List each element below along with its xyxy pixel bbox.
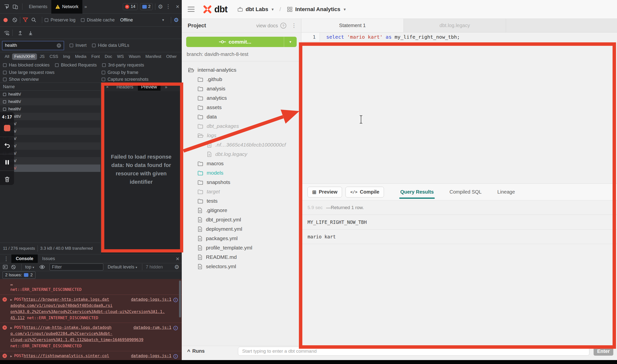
request-url-link[interactable]: https://browser-http-intake.logs.dat [24,297,109,303]
console-error[interactable]: ✕▶POST https://rum-http-intake.logs.data… [0,323,182,351]
search-icon[interactable] [31,17,36,23]
request-url-link[interactable]: 45.112 [10,315,25,320]
request-row[interactable]: alth/ [0,157,100,165]
disable-cache-checkbox[interactable]: Disable cache [81,17,115,23]
commit-button[interactable]: commit... ▾ [186,37,297,47]
delete-recording-icon[interactable] [4,176,10,182]
issues-count-badge[interactable]: 2 [140,3,153,10]
tree-item-github[interactable]: .github [182,75,301,84]
tree-item-dbt-packages[interactable]: dbt_packages [182,121,301,131]
close-detail-icon[interactable]: × [103,83,112,91]
type-filter-manifest[interactable]: Manifest [143,53,163,60]
request-url-link[interactable]: adoghq.com/v1/input/pub740de5f405dcdaa9…… [10,303,112,308]
console-filter-input[interactable]: Filter [50,264,103,270]
tab-issues[interactable]: Issues [38,254,59,263]
type-filter-ws[interactable]: WS [115,53,126,60]
tree-item-deployment-yml[interactable]: deployment.yml [182,224,301,234]
tree-item-selectors-yml[interactable]: selectors.yml [182,262,301,271]
help-icon[interactable]: ? [280,23,286,29]
network-filter-input[interactable]: health ✕ [2,41,64,50]
tree-item-analysis[interactable]: analysis [182,84,301,93]
tab-dbt-log-legacy[interactable]: dbt.log.legacy [404,19,506,32]
requests-name-header[interactable]: Name [0,83,100,91]
request-url-link[interactable]: https://fishtownanalytics.sinter-col [24,353,109,359]
commit-dropdown-icon[interactable]: ▾ [284,37,297,47]
console-settings-gear-icon[interactable]: ⚙ [174,264,179,270]
request-row[interactable]: alth/ [0,135,100,142]
tree-item-internal-analytics[interactable]: internal-analytics [182,65,301,75]
tree-item-data[interactable]: data [182,112,301,121]
tab-compiled-sql[interactable]: Compiled SQL [449,184,483,200]
tab-network[interactable]: Network [51,0,82,14]
request-row[interactable]: alth/ [0,128,100,135]
console-menu-icon[interactable]: ⋮ [1,256,11,262]
capture-screenshots-checkbox[interactable]: Capture screenshots [102,77,173,82]
result-row[interactable]: mario kart [301,229,617,244]
hamburger-menu-icon[interactable] [188,7,195,12]
error-count-badge[interactable]: 14 [123,3,138,10]
preserve-log-checkbox[interactable]: Preserve log [45,17,75,23]
blocked-requests-checkbox[interactable]: Blocked Requests [55,63,97,68]
compile-button[interactable]: </> Compile [345,187,384,198]
type-filter-js[interactable]: JS [37,53,47,60]
console-close-icon[interactable]: × [173,255,182,262]
tree-item-profile-template-yml[interactable]: profile_template.yml [182,243,301,252]
clear-console-icon[interactable] [11,265,16,270]
tree-item-assets[interactable]: assets [182,103,301,112]
runs-toggle[interactable]: ^ Runs [187,348,205,354]
type-filter-img[interactable]: Img [61,53,72,60]
tree-item-logs[interactable]: logs [182,131,301,140]
request-url-link[interactable]: q.com/v1/input/pube02284…d%2Cservice%3Ad… [10,331,112,336]
group-by-frame-checkbox[interactable]: Group by frame [102,70,173,75]
request-url-link[interactable]: https://rum-http-intake.logs.datadogh [24,325,111,331]
throttling-select[interactable]: Offline [120,17,133,23]
tree-item-dbt-log-legacy[interactable]: dbt.log.legacy [182,149,301,159]
devtools-close-icon[interactable]: × [173,3,182,10]
tree-item-tests[interactable]: tests [182,196,301,206]
project-switcher[interactable]: Internal Analytics▾ [287,6,345,13]
request-row[interactable]: health/ [0,91,100,98]
hide-data-urls-checkbox[interactable]: Hide data URLs [92,43,129,48]
tree-item-readme-md[interactable]: README.md [182,252,301,262]
source-file-link[interactable]: datadog-rum.js:1 [133,325,171,331]
tree-item-dbt-project-yml[interactable]: dbt_project.yml [182,215,301,224]
preview-button[interactable]: ⊞ Preview [308,187,342,198]
request-row[interactable]: alth/ [0,165,100,172]
type-filter-media[interactable]: Media [73,53,89,60]
network-settings-gear-icon[interactable]: ⚙ [174,17,179,23]
console-sidebar-icon[interactable] [2,264,8,270]
view-docs-link[interactable]: view docs [256,23,278,29]
source-file-link[interactable]: datadog-logs.js:1 [131,297,171,303]
has-blocked-cookies-checkbox[interactable]: Has blocked cookies [3,63,50,68]
request-row[interactable]: health/ [0,105,100,113]
console-error[interactable]: ✕▶POST https://fishtownanalytics.sinter-… [0,351,182,360]
more-tabs-icon[interactable]: » [82,4,89,9]
type-filter-css[interactable]: CSS [47,53,60,60]
record-network-log-icon[interactable] [3,18,8,22]
default-levels-select[interactable]: Default levels ▾ [108,265,137,270]
tab-lineage[interactable]: Lineage [496,184,516,200]
request-row[interactable]: alth/ [0,142,100,150]
dbt-command-input[interactable]: Start typing to enter a dbt command [238,347,589,356]
request-row[interactable]: health/ [0,113,100,120]
request-row[interactable]: alth/ [0,120,100,128]
stop-recording-button[interactable] [4,125,10,131]
pause-recording-icon[interactable] [5,160,10,165]
devtools-menu-icon[interactable]: ⋮ [163,3,173,10]
restart-recording-icon[interactable] [4,142,10,148]
tree-item-models[interactable]: models [182,168,301,178]
type-filter-wasm[interactable]: Wasm [127,53,143,60]
show-overview-checkbox[interactable]: Show overview [3,77,96,82]
export-har-icon[interactable] [28,30,33,35]
device-toolbar-icon[interactable] [12,4,18,10]
tree-item-snapshots[interactable]: snapshots [182,178,301,187]
tab-statement-1[interactable]: Statement 1 [301,19,404,32]
inspect-element-icon[interactable] [3,4,9,10]
request-url-link[interactable]: on%3A3.0.2%2Cenv%3Aprod%2Cservice%3Adbt-… [10,309,165,314]
settings-gear-icon[interactable]: ⚙ [158,3,163,10]
tree-item-gitignore[interactable]: .gitignore [182,206,301,215]
invert-checkbox[interactable]: Invert [70,43,87,48]
type-filter-fetchxhr[interactable]: Fetch/XHR [12,53,37,60]
request-url-link[interactable]: … [10,281,13,287]
tab-console[interactable]: Console [11,254,38,263]
